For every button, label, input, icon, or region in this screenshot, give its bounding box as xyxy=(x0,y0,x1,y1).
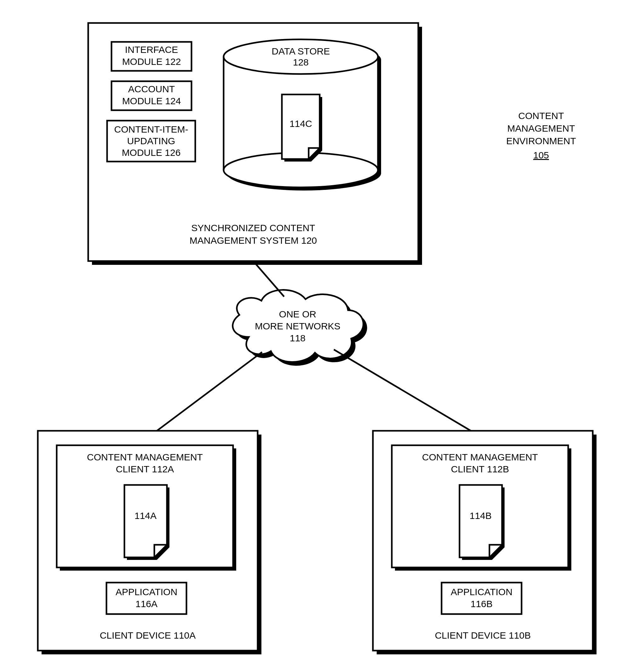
client-device-b: CLIENT DEVICE 110B CONTENT MANAGEMENT CL… xyxy=(373,431,596,654)
scms-l1: SYNCHRONIZED CONTENT xyxy=(191,223,315,233)
env-num: 105 xyxy=(533,150,549,160)
file-b-label: 114B xyxy=(470,510,492,521)
scms-box: SYNCHRONIZED CONTENT MANAGEMENT SYSTEM 1… xyxy=(88,23,422,265)
mod2-l1: ACCOUNT xyxy=(128,84,175,94)
file-114c: 114C xyxy=(282,94,322,162)
net-l1: ONE OR xyxy=(279,309,316,319)
devB-label: CLIENT DEVICE 110B xyxy=(435,630,531,641)
mod3-l3: MODULE 126 xyxy=(122,147,181,158)
diagram: CONTENT MANAGEMENT ENVIRONMENT 105 SYNCH… xyxy=(0,0,634,672)
client-device-a: CLIENT DEVICE 110A CONTENT MANAGEMENT CL… xyxy=(38,431,261,654)
application-b: APPLICATION 116B xyxy=(442,582,521,614)
devA-label: CLIENT DEVICE 110A xyxy=(100,630,196,641)
network-cloud: ONE OR MORE NETWORKS 118 xyxy=(233,290,367,366)
devA-client-l1: CONTENT MANAGEMENT xyxy=(87,452,203,462)
mod3-l1: CONTENT-ITEM- xyxy=(114,124,188,135)
devB-client-l1: CONTENT MANAGEMENT xyxy=(422,452,538,462)
ds-l1: DATA STORE xyxy=(272,46,330,56)
net-l3: 118 xyxy=(290,333,306,343)
mod3-l2: UPDATING xyxy=(127,136,175,146)
link-cloud-b xyxy=(334,350,471,431)
env-l3: ENVIRONMENT xyxy=(506,136,576,146)
interface-module: INTERFACE MODULE 122 xyxy=(112,42,191,71)
content-updating-module: CONTENT-ITEM- UPDATING MODULE 126 xyxy=(107,121,195,162)
link-cloud-a xyxy=(157,352,262,431)
mod1-l2: MODULE 122 xyxy=(122,56,181,67)
data-store: DATA STORE 128 114C xyxy=(224,39,381,191)
cm-client-b: CONTENT MANAGEMENT CLIENT 112B 114B xyxy=(392,445,571,571)
file-c-label: 114C xyxy=(289,118,312,129)
environment-label: CONTENT MANAGEMENT ENVIRONMENT 105 xyxy=(506,111,576,160)
devA-app-l1: APPLICATION xyxy=(116,587,177,597)
cm-client-a: CONTENT MANAGEMENT CLIENT 112A 114A xyxy=(57,445,236,571)
devA-client-l2: CLIENT 112A xyxy=(116,464,174,474)
scms-l2: MANAGEMENT SYSTEM 120 xyxy=(190,235,317,246)
net-l2: MORE NETWORKS xyxy=(255,321,341,331)
account-module: ACCOUNT MODULE 124 xyxy=(112,81,191,110)
devB-app-l1: APPLICATION xyxy=(451,587,512,597)
env-l2: MANAGEMENT xyxy=(507,123,575,134)
devB-client-l2: CLIENT 112B xyxy=(451,464,509,474)
env-l1: CONTENT xyxy=(518,111,564,121)
devA-app-l2: 116A xyxy=(136,599,158,609)
file-114a: 114A xyxy=(124,485,169,560)
file-114b: 114B xyxy=(460,485,504,560)
mod1-l1: INTERFACE xyxy=(125,44,178,55)
devB-app-l2: 116B xyxy=(471,599,493,609)
mod2-l2: MODULE 124 xyxy=(122,96,181,106)
ds-l2: 128 xyxy=(293,57,309,67)
application-a: APPLICATION 116A xyxy=(107,582,186,614)
file-a-label: 114A xyxy=(135,510,157,521)
link-scms-cloud xyxy=(253,261,284,297)
